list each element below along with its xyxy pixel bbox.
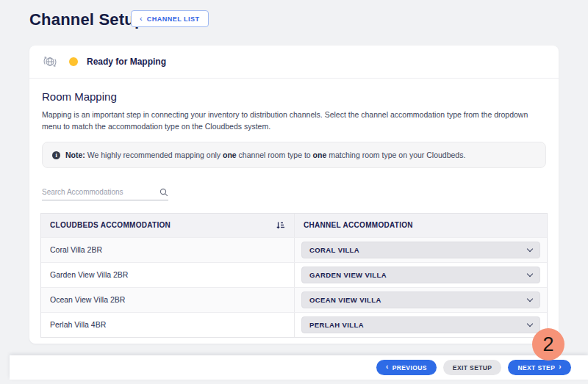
note-part: channel room type to: [237, 151, 313, 159]
channel-list-button-label: CHANNEL LIST: [147, 15, 200, 23]
cloudbeds-accommodation-cell: Perlah Villa 4BR: [41, 313, 295, 337]
room-mapping-description: Mapping is an important step in connecti…: [42, 109, 546, 133]
exit-setup-button[interactable]: EXIT SETUP: [443, 360, 502, 375]
chevron-down-icon: [527, 245, 533, 251]
channel-accommodation-cell: GARDEN VIEW VILLA: [295, 263, 547, 287]
search-icon[interactable]: [159, 188, 168, 197]
cloudbeds-accommodation-cell: Garden View Villa 2BR: [41, 263, 295, 287]
room-mapping-table: CLOUDBEDS ACCOMMODATION CHANNEL ACCOMMOD…: [40, 213, 548, 338]
channel-list-button[interactable]: ‹ CHANNEL LIST: [131, 10, 209, 27]
cloudbeds-accommodation-cell: Ocean View Villa 2BR: [41, 288, 295, 312]
channel-accommodation-dropdown[interactable]: PERLAH VILLA: [301, 316, 540, 333]
globe-sync-icon: [42, 54, 58, 70]
channel-status-row: Ready for Mapping: [29, 46, 559, 79]
channel-accommodation-dropdown[interactable]: CORAL VILLA: [301, 242, 540, 258]
note-box: i Note: We highly recommended mapping on…: [42, 142, 546, 168]
dropdown-selected-value: PERLAH VILLA: [309, 321, 364, 329]
column-header-label: CLOUDBEDS ACCOMMODATION: [50, 221, 171, 229]
previous-button-label: PREVIOUS: [392, 364, 427, 372]
page-title: Channel Setup: [29, 10, 145, 29]
chevron-left-icon: ‹: [386, 363, 389, 371]
setup-card: Ready for Mapping Room Mapping Mapping i…: [29, 46, 559, 344]
channel-accommodation-cell: PERLAH VILLA: [295, 313, 547, 337]
note-part: matching room type on your Cloudbeds.: [326, 151, 465, 159]
table-row: Garden View Villa 2BR GARDEN VIEW VILLA: [41, 262, 547, 287]
exit-setup-button-label: EXIT SETUP: [453, 364, 492, 372]
chevron-down-icon: [527, 295, 533, 301]
column-header-cloudbeds: CLOUDBEDS ACCOMMODATION: [41, 214, 295, 237]
table-header-row: CLOUDBEDS ACCOMMODATION CHANNEL ACCOMMOD…: [41, 214, 547, 237]
chevron-down-icon: [527, 270, 533, 276]
status-dot-icon: [69, 57, 78, 66]
dropdown-selected-value: GARDEN VIEW VILLA: [309, 271, 387, 279]
channel-accommodation-dropdown[interactable]: GARDEN VIEW VILLA: [301, 267, 540, 283]
note-emphasis: one: [223, 151, 237, 159]
status-label: Ready for Mapping: [87, 57, 166, 67]
note-part: We highly recommended mapping only: [85, 151, 223, 159]
dropdown-selected-value: OCEAN VIEW VILLA: [309, 296, 381, 304]
channel-accommodation-cell: CORAL VILLA: [295, 238, 547, 262]
chevron-right-icon: ›: [559, 363, 562, 371]
footer-action-bar: ‹ PREVIOUS EXIT SETUP NEXT STEP ›: [10, 355, 588, 380]
column-header-label: CHANNEL ACCOMMODATION: [304, 221, 413, 229]
channel-setup-page: Channel Setup ‹ CHANNEL LIST Ready for M…: [0, 0, 588, 384]
channel-accommodation-cell: OCEAN VIEW VILLA: [295, 288, 547, 312]
next-step-button-label: NEXT STEP: [517, 364, 555, 372]
column-header-channel: CHANNEL ACCOMMODATION: [295, 214, 547, 237]
note-emphasis: one: [313, 151, 327, 159]
table-row: Coral Villa 2BR CORAL VILLA: [41, 237, 547, 262]
search-input[interactable]: [42, 188, 159, 196]
sort-icon[interactable]: [276, 220, 285, 230]
search-accommodations-field: [42, 188, 168, 200]
chevron-down-icon: [527, 320, 533, 326]
previous-button[interactable]: ‹ PREVIOUS: [376, 360, 437, 375]
chevron-left-icon: ‹: [140, 15, 143, 23]
table-row: Perlah Villa 4BR PERLAH VILLA: [41, 312, 547, 337]
dropdown-selected-value: CORAL VILLA: [309, 246, 359, 254]
cloudbeds-accommodation-cell: Coral Villa 2BR: [41, 238, 295, 262]
note-label: Note:: [65, 151, 85, 159]
channel-accommodation-dropdown[interactable]: OCEAN VIEW VILLA: [301, 291, 540, 308]
info-icon: i: [52, 151, 60, 159]
note-text: Note: We highly recommended mapping only…: [65, 151, 465, 159]
next-step-button[interactable]: NEXT STEP ›: [508, 360, 571, 375]
annotation-step-number: 2: [542, 333, 553, 356]
room-mapping-section: Room Mapping Mapping is an important ste…: [29, 79, 559, 338]
room-mapping-heading: Room Mapping: [42, 90, 546, 103]
table-row: Ocean View Villa 2BR OCEAN VIEW VILLA: [41, 287, 547, 312]
annotation-step-badge: 2: [532, 328, 564, 361]
